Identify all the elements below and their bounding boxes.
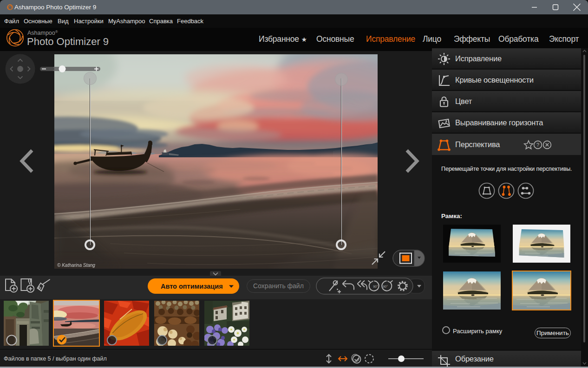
svg-text:90°: 90° <box>383 285 388 288</box>
svg-text:90°: 90° <box>373 285 378 288</box>
svg-text:?: ? <box>536 142 539 148</box>
